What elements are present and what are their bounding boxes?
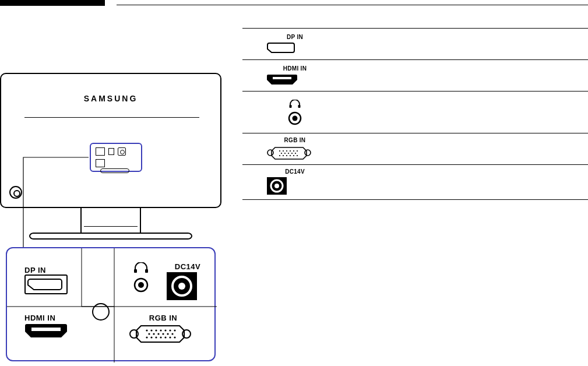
port-description: [324, 41, 588, 48]
displayport-icon: [266, 41, 298, 54]
svg-point-46: [288, 153, 289, 154]
svg-rect-31: [273, 77, 291, 79]
hdmi-icon: [266, 73, 298, 86]
dc-power-icon: [266, 176, 288, 196]
table-row: RGB IN: [242, 133, 588, 164]
svg-point-57: [274, 184, 279, 188]
svg-point-39: [283, 150, 284, 152]
port-description: [324, 146, 588, 153]
svg-rect-32: [290, 105, 292, 108]
svg-point-50: [283, 155, 284, 156]
audio-jack-icon: [288, 111, 302, 125]
svg-point-51: [286, 155, 287, 156]
headphone-icon: [288, 100, 301, 108]
port-label: DP IN: [266, 34, 324, 40]
port-label: HDMI IN: [266, 65, 324, 72]
svg-point-44: [281, 153, 282, 154]
svg-point-43: [297, 150, 298, 152]
svg-point-45: [284, 153, 286, 154]
panel-inner-dividers: [7, 248, 217, 363]
port-description: [324, 109, 588, 116]
svg-point-52: [290, 155, 291, 156]
port-label: RGB IN: [266, 137, 324, 143]
vga-icon: [266, 145, 312, 161]
table-row: HDMI IN: [242, 59, 588, 91]
svg-point-40: [286, 150, 287, 152]
port-description: [324, 179, 588, 186]
svg-point-35: [293, 115, 298, 121]
svg-point-53: [293, 155, 294, 156]
svg-point-47: [291, 153, 293, 154]
svg-point-48: [295, 153, 296, 154]
svg-point-41: [290, 150, 291, 152]
table-row: [242, 91, 588, 133]
table-row: DP IN: [242, 28, 588, 59]
svg-point-42: [293, 150, 294, 152]
table-row: DC14V: [242, 164, 588, 200]
svg-rect-33: [298, 105, 301, 108]
port-description-table: DP IN HDMI IN: [242, 28, 588, 200]
svg-point-38: [279, 150, 280, 152]
port-panel-zoom: DP IN HDMI IN: [6, 247, 216, 361]
port-label: DC14V: [266, 168, 324, 175]
svg-point-49: [279, 155, 280, 156]
svg-point-54: [297, 155, 298, 156]
port-description: [324, 72, 588, 79]
